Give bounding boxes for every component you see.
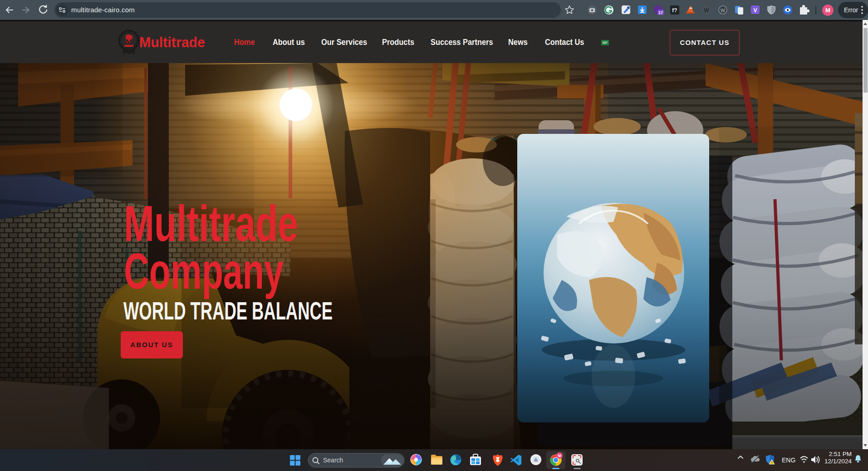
svg-text:Search: Search (323, 456, 343, 464)
svg-text:Company: Company (124, 243, 284, 299)
svg-text:!: ! (771, 461, 772, 464)
svg-text:Multitrade: Multitrade (139, 34, 205, 50)
svg-text:2:51 PM: 2:51 PM (829, 451, 852, 457)
svg-text:WORLD TRADE BALANCE: WORLD TRADE BALANCE (123, 297, 333, 325)
svg-text:M: M (558, 454, 561, 458)
svg-text:12/1/2024: 12/1/2024 (824, 458, 852, 465)
svg-text:ENG: ENG (782, 456, 795, 464)
svg-text:M: M (126, 38, 132, 45)
